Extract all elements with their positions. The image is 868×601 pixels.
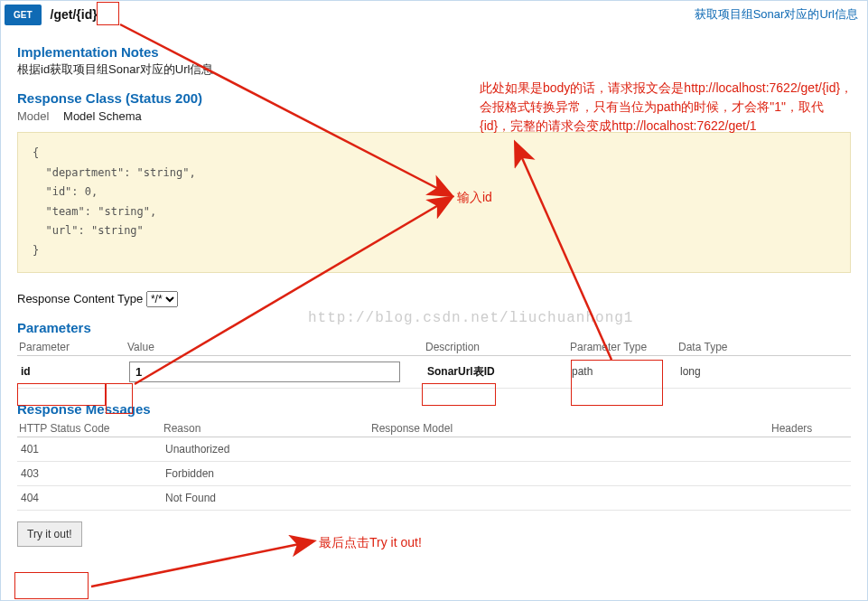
endpoint-path: /get/{id} <box>51 7 98 22</box>
parameters-table: Parameter Value Description Parameter Ty… <box>17 337 851 389</box>
resp-code: 401 <box>17 437 162 461</box>
resp-code: 404 <box>17 485 162 510</box>
param-datatype: long <box>677 355 851 388</box>
http-method-badge: GET <box>5 5 42 25</box>
col-response-model: Response Model <box>369 418 770 437</box>
resp-reason: Unauthorized <box>162 437 369 461</box>
col-dtype: Data Type <box>677 337 851 356</box>
annotation-box-try-button <box>14 572 89 599</box>
col-headers: Headers <box>770 418 851 437</box>
response-messages-table: HTTP Status Code Reason Response Model H… <box>17 418 851 511</box>
resp-code: 403 <box>17 461 162 485</box>
resp-reason: Forbidden <box>162 461 369 485</box>
response-content-type-label: Response Content Type <box>17 292 143 305</box>
swagger-operation-panel: GET /get/{id} 获取项目组Sonar对应的Url信息 Impleme… <box>0 0 868 601</box>
try-it-out-button[interactable]: Try it out! <box>17 521 82 547</box>
response-class-heading: Response Class (Status 200) <box>17 90 851 106</box>
implementation-notes-text: 根据id获取项目组Sonar对应的Url信息 <box>17 61 851 78</box>
response-messages-heading: Response Messages <box>17 401 851 417</box>
operation-summary: 获取项目组Sonar对应的Url信息 <box>695 6 858 23</box>
param-value-input[interactable] <box>129 362 400 382</box>
param-type: path <box>568 355 677 388</box>
table-row: 404 Not Found <box>17 485 851 510</box>
operation-header[interactable]: GET /get/{id} 获取项目组Sonar对应的Url信息 <box>1 1 867 28</box>
resp-reason: Not Found <box>162 485 369 510</box>
col-description: Description <box>424 337 568 356</box>
tab-model-schema[interactable]: Model Schema <box>63 109 142 123</box>
model-schema-box[interactable]: { "department": "string", "id": 0, "team… <box>17 132 851 273</box>
col-value: Value <box>126 337 424 356</box>
param-description: SonarUrl表ID <box>424 355 568 388</box>
tab-model[interactable]: Model <box>17 109 49 123</box>
implementation-notes-heading: Implementation Notes <box>17 44 851 60</box>
parameters-heading: Parameters <box>17 320 851 335</box>
param-name: id <box>17 355 126 388</box>
table-row: id SonarUrl表ID path long <box>17 355 851 388</box>
col-ptype: Parameter Type <box>568 337 677 356</box>
col-status-code: HTTP Status Code <box>17 418 162 437</box>
response-content-type-select[interactable]: */* <box>146 291 178 307</box>
table-row: 401 Unauthorized <box>17 437 851 461</box>
table-row: 403 Forbidden <box>17 461 851 485</box>
col-reason: Reason <box>162 418 369 437</box>
col-parameter: Parameter <box>17 337 126 356</box>
